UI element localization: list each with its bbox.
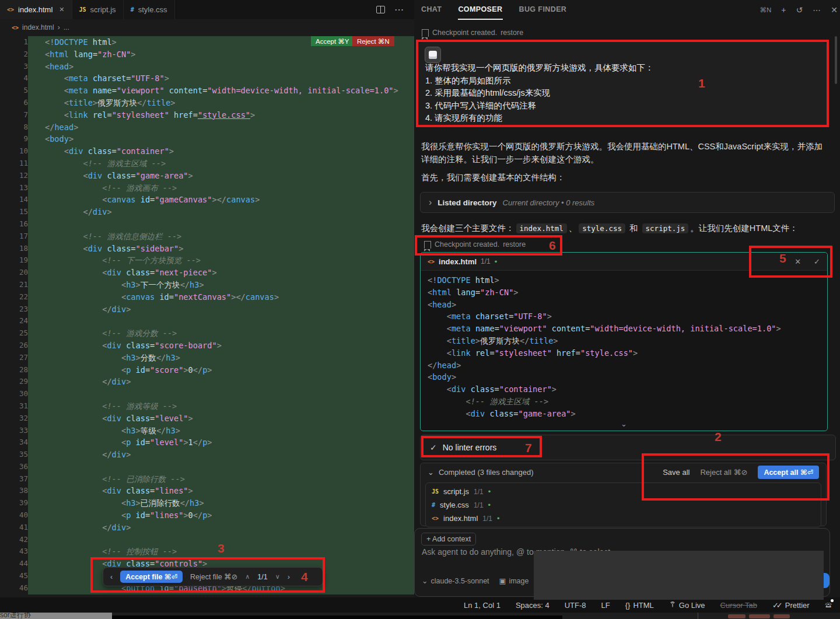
changed-file-script.js[interactable]: JSscript.js1/1•	[426, 485, 821, 498]
expand-chevron-icon[interactable]: ⌄	[621, 419, 627, 428]
code-line-26[interactable]: 26 <div class="score-board">	[0, 340, 414, 352]
line-content: <html lang="zh-CN">	[28, 48, 414, 61]
status-item-go-live[interactable]: Go Live	[669, 601, 705, 610]
code-line-11[interactable]: 11 <!-- 游戏主区域 -->	[0, 158, 414, 170]
save-all-button[interactable]: Save all	[663, 468, 690, 477]
code-line-28[interactable]: 28 <p id="score">0</p>	[0, 364, 414, 376]
status-item-utf-8[interactable]: UTF-8	[565, 601, 586, 610]
code-line-7[interactable]: 7 <link rel="stylesheet" href="style.css…	[0, 109, 414, 121]
code-line-36[interactable]: 36	[0, 461, 414, 473]
code-line-18[interactable]: 18 <div class="sidebar">	[0, 243, 414, 255]
code-line-33[interactable]: 33 <h3>等级</h3>	[0, 425, 414, 437]
accept-file-button[interactable]: Accept file ⌘⏎	[120, 571, 183, 583]
code-line-24[interactable]: 24	[0, 315, 414, 327]
status-label: HTML	[633, 601, 653, 610]
status-item-lf[interactable]: LF	[601, 601, 610, 610]
code-line-6[interactable]: 6 <title>俄罗斯方块</title>	[0, 97, 414, 109]
code-line-15[interactable]: 15 </div>	[0, 206, 414, 218]
code-line-27[interactable]: 27 <h3>分数</h3>	[0, 352, 414, 364]
code-block-filename[interactable]: index.html	[439, 257, 477, 266]
code-line-22[interactable]: 22 <canvas id="nextCanvas"></canvas>	[0, 291, 414, 303]
chevron-down-icon[interactable]: ∨	[275, 573, 280, 580]
next-file-icon[interactable]: ›	[288, 573, 290, 581]
status-item-ln-1-col-1[interactable]: Ln 1, Col 1	[464, 601, 501, 610]
code-line-35[interactable]: 35 </div>	[0, 449, 414, 461]
code-line-9[interactable]: 9<body>	[0, 133, 414, 145]
code-line-23[interactable]: 23 </div>	[0, 303, 414, 316]
close-icon[interactable]: ✕	[831, 5, 838, 15]
code-line-8[interactable]: 8</head>	[0, 121, 414, 134]
accept-all-button[interactable]: Accept all ⌘⏎	[758, 466, 819, 479]
reject-block-icon[interactable]: ✕	[794, 257, 801, 266]
code-line-13[interactable]: 13 <!-- 游戏画布 -->	[0, 182, 414, 194]
tab-bug-finder[interactable]: BUG FINDER	[519, 0, 567, 20]
plus-icon[interactable]: +	[781, 5, 786, 15]
code-line-4[interactable]: 4 <meta charset="UTF-8">	[0, 72, 414, 85]
status-item-spaces-4[interactable]: Spaces: 4	[516, 601, 550, 610]
code-line-2[interactable]: 2<html lang="zh-CN">	[0, 48, 414, 61]
code-line-31[interactable]: 31 <!-- 游戏等级 -->	[0, 400, 414, 412]
code-line-21[interactable]: 21 <h3>下一个方块</h3>	[0, 279, 414, 291]
status-item-html[interactable]: {}HTML	[625, 601, 654, 610]
code-line-39[interactable]: 39 <h3>已消除行数</h3>	[0, 497, 414, 509]
code-line-20[interactable]: 20 <div class="next-piece">	[0, 267, 414, 279]
bell-icon[interactable]: 🛎	[825, 600, 832, 609]
listed-directory-row[interactable]: › Listed directory Current directory • 0…	[420, 192, 835, 213]
code-line-14[interactable]: 14 <canvas id="gameCanvas"></canvas>	[0, 194, 414, 206]
breadcrumb-file[interactable]: index.html	[22, 23, 54, 32]
history-icon[interactable]: ↺	[796, 5, 803, 15]
code-line-30[interactable]: 30	[0, 388, 414, 400]
breadcrumb-more[interactable]: ...	[64, 23, 69, 32]
user-message-line: 3. 代码中写入详细的代码注释	[425, 100, 654, 113]
code-line-34[interactable]: 34 <p id="level">1</p>	[0, 436, 414, 449]
add-context-button[interactable]: + Add context	[421, 533, 476, 545]
split-editor-icon[interactable]	[376, 6, 385, 13]
status-item-cursor-tab[interactable]: Cursor Tab	[720, 601, 757, 610]
editor-more-icon[interactable]: ⋯	[394, 4, 404, 15]
prev-file-icon[interactable]: ‹	[110, 573, 113, 581]
code-line-38[interactable]: 38 <div class="lines">	[0, 485, 414, 497]
diff-accept-button[interactable]: Accept ⌘Y	[311, 36, 354, 46]
chevron-up-icon[interactable]: ∧	[245, 573, 250, 580]
code-line-29[interactable]: 29 </div>	[0, 376, 414, 388]
code-line-3[interactable]: 3<head>	[0, 61, 414, 73]
model-selector[interactable]: claude-3.5-sonnet	[430, 577, 489, 585]
tab-script.js[interactable]: JSscript.js	[72, 0, 124, 19]
status-item-prettier[interactable]: ✓✓Prettier	[772, 601, 810, 610]
tab-close-icon[interactable]: ✕	[59, 6, 64, 13]
code-line-17[interactable]: 17 <!-- 游戏信息侧边栏 -->	[0, 230, 414, 243]
line-number: 45	[0, 570, 28, 582]
breadcrumb[interactable]: <> index.html › ...	[0, 19, 426, 36]
code-line-37[interactable]: 37 <!-- 已消除行数 -->	[0, 473, 414, 485]
code-line-40[interactable]: 40 <p id="lines">0</p>	[0, 509, 414, 522]
changed-file-index.html[interactable]: <>index.html1/1•	[426, 512, 821, 525]
code-line-16[interactable]: 16	[0, 218, 414, 230]
editor-code-area[interactable]: 1<!DOCTYPE html>2<html lang="zh-CN">3<he…	[0, 36, 414, 594]
code-line-43[interactable]: 43 <!-- 控制按钮 -->	[0, 545, 414, 558]
tab-style.css[interactable]: #style.css	[124, 0, 175, 19]
code-line-19[interactable]: 19 <!-- 下一个方块预览 -->	[0, 254, 414, 267]
attached-image-thumbnail[interactable]	[425, 47, 441, 63]
code-line-5[interactable]: 5 <meta name="viewport" content="width=d…	[0, 85, 414, 97]
more-icon[interactable]: ⋯	[813, 5, 821, 15]
code-line-10[interactable]: 10 <div class="container">	[0, 145, 414, 158]
checkpoint-restore-link[interactable]: restore	[501, 29, 523, 37]
code-line-41[interactable]: 41 </div>	[0, 522, 414, 534]
tab-composer[interactable]: COMPOSER	[458, 0, 502, 20]
chat-scrollbar-thumb[interactable]	[835, 36, 837, 84]
code-line-25[interactable]: 25 <!-- 游戏分数 -->	[0, 327, 414, 340]
tab-index.html[interactable]: <>index.html✕	[0, 0, 72, 19]
checkpoint-restore-link[interactable]: restore	[503, 240, 526, 249]
braces-icon: {}	[625, 601, 631, 610]
reject-file-button[interactable]: Reject file ⌘⊘	[190, 572, 237, 581]
accept-block-icon[interactable]: ✓	[814, 257, 820, 266]
diff-reject-button[interactable]: Reject ⌘N	[352, 36, 394, 46]
code-line-42[interactable]: 42	[0, 534, 414, 546]
completed-header[interactable]: ⌄ Completed (3 files changed) Save all R…	[421, 463, 826, 481]
changed-file-style.css[interactable]: #style.css1/1•	[426, 498, 821, 512]
tab-chat[interactable]: CHAT	[421, 0, 442, 20]
reject-all-button[interactable]: Reject all ⌘⊘	[700, 468, 747, 477]
code-line-12[interactable]: 12 <div class="game-area">	[0, 170, 414, 182]
image-button[interactable]: image	[509, 577, 528, 585]
code-line-32[interactable]: 32 <div class="level">	[0, 412, 414, 425]
